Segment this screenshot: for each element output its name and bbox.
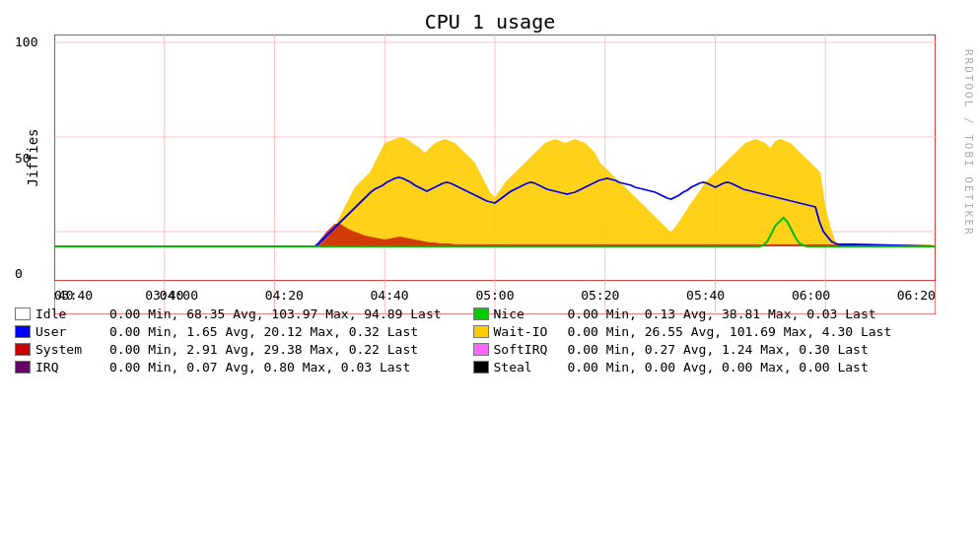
legend-swatch: [15, 325, 31, 338]
legend-name: Idle: [35, 307, 109, 321]
x-label-1: 04:00: [160, 288, 198, 303]
legend-row: System0.00 Min, 2.91 Avg, 29.38 Max, 0.2…: [15, 341, 473, 358]
legend-swatch: [473, 307, 489, 320]
legend-name: Wait-IO: [494, 324, 568, 339]
x-label-0: 03:40: [54, 288, 93, 303]
legend-name: SoftIRQ: [494, 342, 568, 357]
legend-row: Wait-IO0.00 Min, 26.55 Avg, 101.69 Max, …: [473, 323, 932, 340]
x-label-5: 05:20: [581, 288, 619, 303]
legend-swatch: [473, 361, 489, 374]
main-container: CPU 1 usage 03:: [0, 0, 980, 546]
legend-row: Nice0.00 Min, 0.13 Avg, 38.81 Max, 0.03 …: [473, 306, 932, 322]
legend-stats: 0.00 Min, 0.27 Avg, 1.24 Max, 0.30 Last: [568, 342, 869, 357]
y-label-bot: 0: [15, 266, 37, 281]
legend-name: IRQ: [35, 360, 109, 375]
legend-swatch: [473, 343, 489, 356]
y-label-top: 100: [15, 34, 37, 49]
x-label-8: 06:20: [897, 288, 936, 303]
legend-stats: 0.00 Min, 0.00 Avg, 0.00 Max, 0.00 Last: [568, 360, 869, 375]
x-axis-labels: 03:40 04:00 04:20 04:40 05:00 05:20 05:4…: [54, 288, 936, 303]
legend-name: User: [35, 324, 109, 339]
legend-stats: 0.00 Min, 2.91 Avg, 29.38 Max, 0.22 Last: [109, 342, 418, 357]
legend-swatch: [15, 343, 31, 356]
watermark-text: RRDTOOL / TOBI OETIKER: [962, 49, 975, 237]
x-label-3: 04:40: [371, 288, 409, 303]
chart-title: CPU 1 usage: [0, 0, 980, 38]
y-axis-title: Jiffies: [25, 128, 40, 186]
x-label-2: 04:20: [265, 288, 304, 303]
x-label-6: 05:40: [686, 288, 725, 303]
legend-stats: 0.00 Min, 26.55 Avg, 101.69 Max, 4.30 La…: [568, 324, 892, 339]
x-label-4: 05:00: [475, 288, 514, 303]
legend-stats: 0.00 Min, 1.65 Avg, 20.12 Max, 0.32 Last: [109, 324, 418, 339]
legend-name: Steal: [494, 360, 568, 375]
legend-stats: 0.00 Min, 68.35 Avg, 103.97 Max, 94.89 L…: [109, 307, 442, 321]
legend-row: Idle0.00 Min, 68.35 Avg, 103.97 Max, 94.…: [15, 306, 473, 322]
legend-swatch: [15, 307, 31, 320]
legend-container: Idle0.00 Min, 68.35 Avg, 103.97 Max, 94.…: [15, 306, 931, 375]
legend-stats: 0.00 Min, 0.07 Avg, 0.80 Max, 0.03 Last: [109, 360, 410, 375]
legend-swatch: [473, 325, 489, 338]
legend-name: System: [35, 342, 109, 357]
legend-row: Steal0.00 Min, 0.00 Avg, 0.00 Max, 0.00 …: [473, 359, 932, 375]
legend-stats: 0.00 Min, 0.13 Avg, 38.81 Max, 0.03 Last: [568, 307, 876, 321]
legend-row: User0.00 Min, 1.65 Avg, 20.12 Max, 0.32 …: [15, 323, 473, 340]
legend-name: Nice: [494, 307, 568, 321]
chart-container: 100 50 0 Jiffies 03:40 04:00 04:20 04:40…: [54, 34, 936, 281]
legend-row: SoftIRQ0.00 Min, 0.27 Avg, 1.24 Max, 0.3…: [473, 341, 932, 358]
legend-swatch: [15, 361, 31, 374]
x-label-7: 06:00: [792, 288, 830, 303]
legend-row: IRQ0.00 Min, 0.07 Avg, 0.80 Max, 0.03 La…: [15, 359, 473, 375]
main-chart: [54, 34, 936, 281]
